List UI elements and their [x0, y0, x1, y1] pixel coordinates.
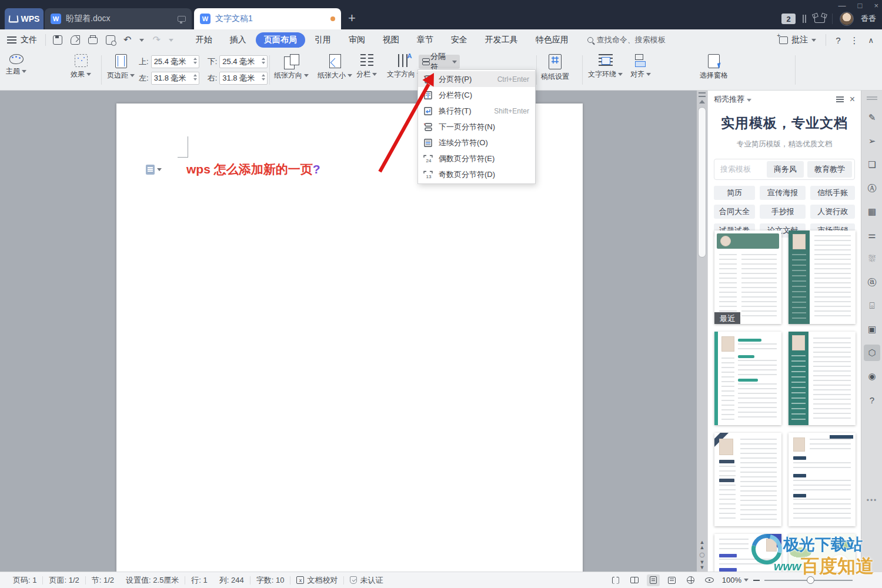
wordart-icon[interactable]: Ⓐ — [864, 180, 880, 196]
status-spellcheck[interactable]: x文档校对 — [290, 575, 343, 586]
status-setting-value[interactable]: 设置值: 2.5厘米 — [120, 575, 185, 586]
spinner-arrows[interactable] — [193, 58, 197, 64]
status-page-count[interactable]: 页面: 1/2 — [43, 575, 85, 586]
tab-references[interactable]: 引用 — [306, 32, 339, 48]
new-tab-button[interactable]: + — [348, 11, 356, 26]
document-text[interactable]: wps 怎么添加新的一页? — [186, 161, 320, 178]
tab-insert[interactable]: 插入 — [222, 32, 255, 48]
paragraph-layout-button[interactable] — [146, 165, 162, 175]
status-line[interactable]: 行: 1 — [185, 575, 213, 586]
tab-dev-tools[interactable]: 开发工具 — [477, 32, 526, 48]
help-circle-icon[interactable]: ? — [864, 392, 880, 408]
web-view-button[interactable] — [684, 574, 697, 586]
spinner-arrows[interactable] — [193, 74, 197, 81]
template-thumbnail[interactable] — [789, 230, 856, 324]
table-icon[interactable]: ▦ — [864, 203, 880, 220]
menu-item-column-break[interactable]: 分栏符(C) — [418, 87, 535, 103]
more-tools-button[interactable]: ••• — [861, 496, 882, 505]
breaks-button[interactable]: 分隔符 — [419, 55, 460, 69]
status-not-certified[interactable]: 未认证 — [344, 575, 389, 586]
search-tab-business[interactable]: 商务风 — [767, 161, 804, 178]
document-area[interactable]: wps 怎么添加新的一页? — [0, 91, 697, 572]
help-button[interactable]: ? — [836, 36, 840, 45]
document-tab-inactive[interactable]: W 盼望着.docx — [45, 8, 192, 29]
comment-button[interactable]: 批注 — [779, 35, 816, 45]
print-icon[interactable] — [88, 37, 98, 44]
status-word-count[interactable]: 字数: 10 — [250, 575, 290, 586]
margins-button[interactable]: 页边距 — [107, 54, 135, 81]
spinner-arrows[interactable] — [262, 58, 265, 64]
menu-item-page-break[interactable]: 分页符(P)Ctrl+Enter — [418, 71, 535, 87]
zoom-out-button[interactable] — [753, 580, 760, 581]
translate-icon[interactable]: ⓐ — [864, 274, 880, 290]
status-column[interactable]: 列: 244 — [213, 575, 250, 586]
vertical-scrollbar[interactable]: ▲▲ ◯ ▼▼ — [697, 91, 707, 572]
eye-protection-button[interactable] — [703, 574, 716, 586]
menu-item-next-page-section-break[interactable]: 下一页分节符(N) — [418, 119, 535, 135]
redo-icon[interactable]: ↷ — [152, 35, 160, 45]
tag-handcopy[interactable]: 手抄报 — [760, 205, 806, 219]
paper-orientation-button[interactable]: 纸张方向 — [274, 54, 309, 81]
template-thumbnail[interactable] — [714, 534, 781, 572]
two-page-view-button[interactable] — [628, 574, 641, 586]
tag-resume[interactable]: 简历 — [714, 186, 755, 200]
template-thumbnail[interactable] — [789, 534, 856, 572]
paper-grid-setup-button[interactable]: 稿纸设置 — [541, 54, 569, 82]
wps-home-button[interactable]: WPS — [5, 8, 44, 29]
search-tab-education[interactable]: 教育教学 — [807, 161, 852, 178]
close-panel-button[interactable]: × — [850, 94, 855, 105]
save-icon[interactable] — [53, 35, 62, 45]
file-menu-button[interactable]: 文件 — [0, 29, 45, 51]
tab-page-layout[interactable]: 页面布局 — [256, 32, 305, 48]
fit-window-view-button[interactable] — [609, 574, 622, 586]
picture-icon[interactable]: ▣ — [864, 321, 880, 338]
page-view-button[interactable] — [647, 574, 660, 586]
ruler-toggle-icon[interactable] — [699, 92, 706, 97]
panel-drag-handle[interactable] — [867, 96, 877, 98]
maximize-button[interactable]: □ — [858, 1, 863, 10]
document-tab-active[interactable]: W 文字文稿1 — [194, 8, 341, 29]
columns-button[interactable]: 分栏 — [356, 54, 377, 79]
skin-theme-icon[interactable] — [814, 15, 825, 23]
margin-right-input[interactable]: 31.8 毫米 — [219, 72, 268, 85]
text-direction-button[interactable]: 文字方向 — [387, 54, 422, 79]
list-view-icon[interactable] — [836, 96, 844, 98]
menu-item-continuous-section-break[interactable]: 连续分节符(O) — [418, 135, 535, 151]
status-page-number[interactable]: 页码: 1 — [7, 575, 42, 586]
print-preview-icon[interactable] — [106, 35, 115, 45]
avatar[interactable] — [840, 12, 854, 26]
template-thumbnail[interactable] — [714, 332, 781, 425]
tab-view[interactable]: 视图 — [375, 32, 407, 48]
template-search-box[interactable]: 搜索模板 商务风 教育教学 — [714, 159, 855, 180]
menu-item-odd-page-section-break[interactable]: 13 奇数页分节符(D) — [418, 166, 535, 182]
tab-home[interactable]: 开始 — [188, 32, 220, 48]
selection-pane-button[interactable]: 选择窗格 — [700, 54, 728, 81]
template-thumbnail[interactable]: 最近 — [714, 230, 781, 324]
tab-review[interactable]: 审阅 — [340, 32, 373, 48]
status-section[interactable]: 节: 1/2 — [86, 575, 120, 586]
archive-box-icon[interactable]: ⌺ — [864, 298, 880, 314]
more-options-button[interactable]: ⋮ — [850, 36, 858, 45]
margin-top-input[interactable]: 25.4 毫米 — [151, 55, 199, 68]
tag-hr-admin[interactable]: 人资行政 — [810, 205, 855, 219]
tab-section[interactable]: 章节 — [409, 32, 442, 48]
spinner-arrows[interactable] — [262, 74, 265, 81]
margin-left-input[interactable]: 31.8 毫米 — [151, 72, 199, 85]
zoom-slider-handle[interactable] — [807, 576, 814, 584]
collapse-ribbon-button[interactable]: ∧ — [868, 36, 874, 44]
template-thumbnail[interactable] — [789, 332, 856, 425]
outline-view-button[interactable] — [666, 574, 679, 586]
minimize-button[interactable]: — — [838, 1, 846, 10]
image-tools-icon[interactable]: ⛆ — [864, 250, 880, 267]
undo-caret-icon[interactable] — [139, 39, 144, 42]
next-page-button[interactable]: ▼▼ — [697, 560, 707, 570]
theme-button[interactable]: 主题 — [6, 54, 26, 76]
close-button[interactable]: × — [874, 1, 878, 10]
menu-item-even-page-section-break[interactable]: 24 偶数页分节符(E) — [418, 151, 535, 166]
settings-sliders-icon[interactable]: ⚌ — [864, 227, 880, 243]
pen-edit-icon[interactable]: ✎ — [864, 109, 880, 126]
zoom-slider[interactable] — [764, 580, 853, 581]
scrollbar-thumb[interactable] — [698, 107, 706, 258]
template-thumbnail[interactable] — [789, 433, 856, 526]
command-search[interactable]: 查找命令、搜索模板 — [587, 35, 666, 45]
